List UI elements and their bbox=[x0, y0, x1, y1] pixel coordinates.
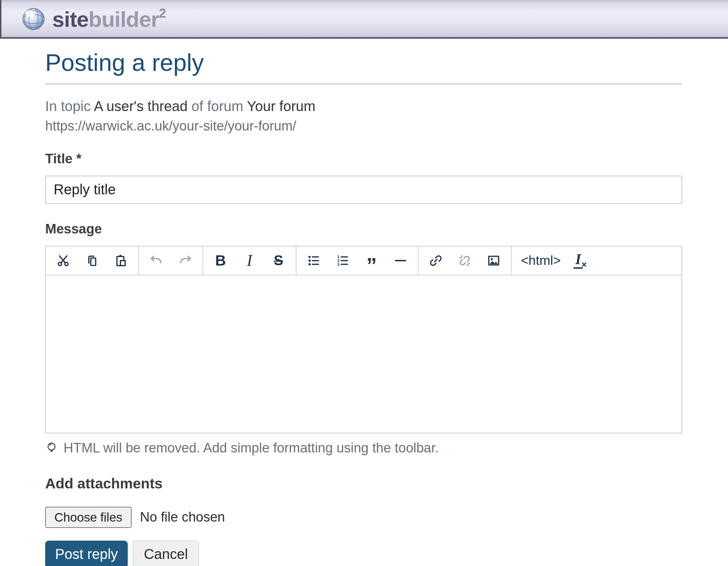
html-source-button[interactable]: <html> bbox=[515, 247, 567, 275]
horizontal-rule-icon bbox=[395, 260, 406, 261]
link-button[interactable] bbox=[421, 247, 450, 275]
bold-glyph: B bbox=[215, 252, 226, 269]
title-field-label: Title * bbox=[45, 151, 682, 166]
logo-superscript: 2 bbox=[159, 6, 166, 20]
copy-button[interactable] bbox=[78, 247, 107, 275]
attachments-heading: Add attachments bbox=[45, 475, 682, 492]
bold-button[interactable]: B bbox=[206, 247, 235, 275]
file-picker-row: Choose files No file chosen bbox=[45, 507, 682, 528]
editor-hint: HTML will be removed. Add simple formatt… bbox=[45, 440, 682, 456]
numbered-list-icon: 1 2 3 bbox=[336, 254, 349, 267]
content: Posting a reply In topic A user's thread… bbox=[45, 49, 682, 566]
italic-button[interactable]: I bbox=[235, 247, 264, 275]
logo-wordmark: sitebuilder2 bbox=[52, 7, 166, 30]
required-asterisk: * bbox=[76, 151, 82, 166]
hint-text: HTML will be removed. Add simple formatt… bbox=[64, 440, 439, 456]
redo-button[interactable] bbox=[171, 247, 200, 275]
topic-context: In topic A user's thread of forum Your f… bbox=[45, 98, 682, 114]
strikethrough-glyph: S bbox=[274, 252, 283, 268]
message-field-label: Message bbox=[45, 221, 682, 237]
clear-formatting-x: × bbox=[581, 259, 586, 270]
editor-toolbar: B I S bbox=[46, 247, 681, 275]
toolbar-group-clipboard bbox=[46, 247, 139, 275]
page-title: Posting a reply bbox=[45, 49, 682, 76]
italic-glyph: I bbox=[247, 251, 252, 270]
image-icon bbox=[487, 254, 500, 267]
undo-icon bbox=[150, 254, 163, 267]
form-actions: Post reply Cancel bbox=[45, 541, 682, 566]
unlink-icon bbox=[458, 254, 471, 267]
svg-text:3: 3 bbox=[337, 262, 340, 267]
clipboard-icon bbox=[114, 254, 128, 267]
image-button[interactable] bbox=[479, 247, 508, 275]
bullet-list-button[interactable] bbox=[299, 247, 328, 275]
topic-forum-name: Your forum bbox=[247, 98, 315, 114]
unlink-button[interactable] bbox=[450, 247, 479, 275]
copy-icon bbox=[85, 254, 99, 267]
bullet-list-icon bbox=[307, 254, 320, 267]
toolbar-group-insert bbox=[419, 247, 512, 275]
html-source-label: <html> bbox=[521, 253, 561, 268]
forum-url: https://warwick.ac.uk/your-site/your-for… bbox=[45, 118, 682, 134]
horizontal-rule-button[interactable] bbox=[386, 247, 415, 275]
undo-button[interactable] bbox=[142, 247, 171, 275]
title-label-text: Title bbox=[45, 151, 72, 166]
strikethrough-button[interactable]: S bbox=[264, 247, 293, 275]
title-divider bbox=[45, 84, 682, 84]
logo-builder-text: builder bbox=[89, 7, 159, 31]
post-reply-button[interactable]: Post reply bbox=[45, 541, 128, 566]
logo-site-text: site bbox=[52, 7, 89, 31]
toolbar-group-history bbox=[139, 247, 203, 275]
sitebuilder-logo: sitebuilder2 bbox=[22, 7, 166, 31]
topic-prefix: In topic bbox=[45, 98, 94, 114]
numbered-list-button[interactable]: 1 2 3 bbox=[328, 247, 357, 275]
clear-formatting-icon: I × bbox=[573, 252, 587, 269]
clear-formatting-button[interactable]: I × bbox=[567, 247, 593, 275]
paste-button[interactable] bbox=[107, 247, 136, 275]
topic-infix: of forum bbox=[187, 98, 247, 114]
lightbulb-icon bbox=[45, 442, 58, 454]
globe-icon bbox=[22, 7, 45, 31]
blockquote-button[interactable]: ” bbox=[357, 247, 386, 275]
scissors-icon bbox=[56, 254, 70, 267]
rich-text-editor: B I S bbox=[45, 246, 682, 433]
topic-thread-name: A user's thread bbox=[94, 98, 188, 114]
toolbar-group-source: <html> I × bbox=[512, 247, 596, 275]
app-header: sitebuilder2 bbox=[0, 0, 728, 39]
toolbar-group-blocks: 1 2 3 ” bbox=[296, 247, 419, 275]
toolbar-group-text-style: B I S bbox=[203, 247, 296, 275]
cut-button[interactable] bbox=[49, 247, 78, 275]
message-input[interactable] bbox=[46, 275, 681, 433]
choose-files-button[interactable]: Choose files bbox=[45, 507, 132, 528]
cancel-button[interactable]: Cancel bbox=[133, 541, 199, 566]
reply-title-input[interactable] bbox=[45, 176, 682, 204]
redo-icon bbox=[179, 254, 192, 267]
link-icon bbox=[429, 254, 443, 267]
file-chosen-status: No file chosen bbox=[140, 510, 225, 525]
